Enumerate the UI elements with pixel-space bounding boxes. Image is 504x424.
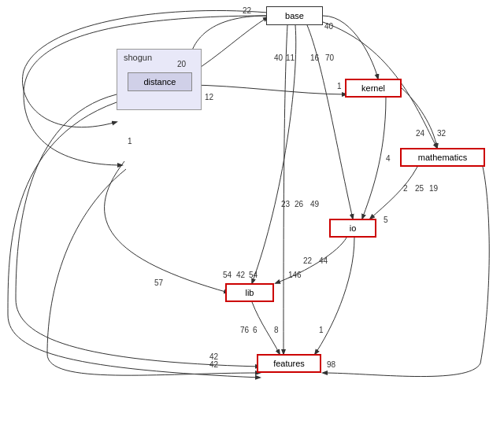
edge-label-1c: 1 [319, 326, 324, 334]
edge-label-98: 98 [327, 360, 335, 369]
edge-label-11: 11 [286, 53, 295, 62]
edge-label-5: 5 [384, 216, 388, 224]
edge-label-42a: 42 [236, 271, 245, 279]
features-label: features [273, 359, 305, 368]
edge-label-40a: 40 [324, 22, 333, 31]
distance-label: distance [144, 77, 176, 87]
edge-label-26: 26 [295, 200, 303, 208]
mathematics-label: mathematics [418, 153, 467, 162]
edge-label-24: 24 [416, 129, 424, 138]
lib-label: lib [245, 288, 254, 297]
edge-label-25: 25 [415, 184, 424, 193]
edge-label-44: 44 [319, 256, 328, 265]
edge-label-49: 49 [310, 200, 319, 208]
edge-label-20: 20 [177, 60, 186, 68]
distance-node: distance [128, 72, 192, 91]
edge-label-4: 4 [386, 154, 391, 163]
edge-label-22: 22 [243, 6, 251, 15]
edge-label-40b: 40 [274, 53, 283, 62]
edge-label-54b: 54 [249, 271, 258, 279]
io-node: io [329, 219, 376, 238]
base-node: base [266, 6, 323, 25]
io-label: io [350, 223, 357, 233]
edge-label-23: 23 [281, 200, 290, 208]
edge-label-42c: 42 [209, 360, 218, 369]
edge-label-6: 6 [253, 326, 258, 334]
edge-label-8: 8 [274, 326, 279, 334]
mathematics-node: mathematics [400, 148, 485, 167]
edge-label-54a: 54 [223, 271, 232, 279]
features-node: features [257, 354, 321, 373]
edge-label-146: 146 [288, 271, 302, 279]
edge-label-2: 2 [403, 184, 408, 193]
edge-label-16: 16 [310, 53, 319, 62]
edge-label-1a: 1 [337, 82, 342, 90]
edge-label-22b: 22 [303, 256, 312, 265]
shogun-label: shogun [124, 53, 152, 62]
edge-label-76: 76 [240, 326, 249, 334]
base-label: base [285, 11, 304, 20]
dependency-graph [0, 0, 504, 424]
kernel-node: kernel [345, 79, 402, 98]
kernel-label: kernel [361, 83, 385, 93]
edge-label-32: 32 [437, 129, 446, 138]
edge-label-19: 19 [429, 184, 438, 193]
edge-label-12: 12 [205, 93, 213, 101]
edge-label-70: 70 [325, 53, 334, 62]
lib-node: lib [225, 283, 274, 302]
edge-label-57: 57 [154, 278, 163, 287]
edge-label-1b: 1 [128, 137, 132, 146]
